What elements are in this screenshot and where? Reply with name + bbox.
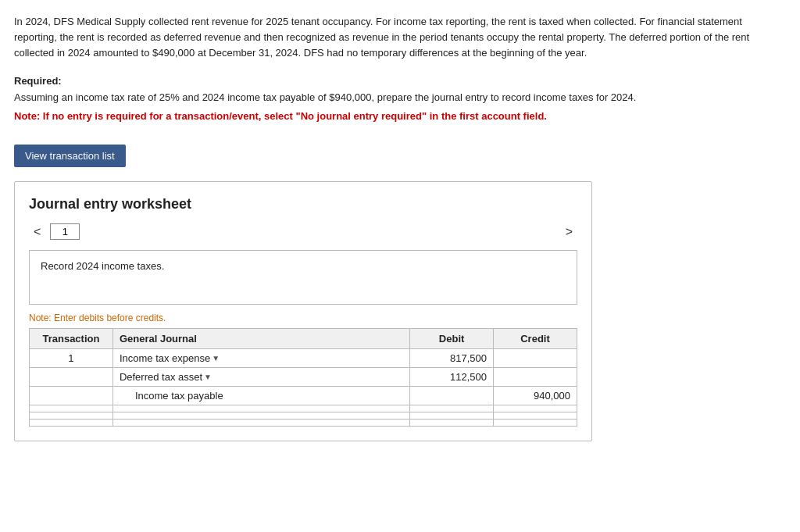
credit-cell: 940,000 [494, 386, 577, 405]
transaction-number [30, 419, 113, 426]
table-row: 1Income tax expense ▼817,500 [30, 348, 577, 367]
table-header-row: Transaction General Journal Debit Credit [30, 328, 577, 348]
transaction-number [30, 386, 113, 405]
general-journal-cell [112, 405, 409, 412]
table-row: Deferred tax asset ▼112,500 [30, 367, 577, 386]
general-journal-cell[interactable]: Deferred tax asset ▼ [112, 367, 409, 386]
general-journal-cell [112, 419, 409, 426]
account-name: Income tax payable [120, 390, 223, 402]
required-label: Required: Assuming an income tax rate of… [14, 73, 786, 105]
next-page-button[interactable]: > [561, 223, 577, 241]
account-name: Deferred tax asset [120, 371, 202, 383]
credit-cell [494, 348, 577, 367]
header-general-journal: General Journal [112, 328, 409, 348]
header-transaction: Transaction [30, 328, 113, 348]
worksheet-title: Journal entry worksheet [29, 196, 577, 212]
debit-cell: 112,500 [410, 367, 494, 386]
dropdown-icon[interactable]: ▼ [204, 373, 212, 381]
table-row [30, 419, 577, 426]
journal-entry-worksheet: Journal entry worksheet < > Record 2024 … [14, 181, 592, 441]
worksheet-navigation: < > [29, 223, 577, 241]
table-row [30, 405, 577, 412]
general-journal-cell[interactable]: Income tax expense ▼ [112, 348, 409, 367]
page-number-input[interactable] [50, 223, 80, 240]
transaction-number [30, 412, 113, 419]
intro-paragraph: In 2024, DFS Medical Supply collected re… [14, 14, 786, 61]
table-row: Income tax payable940,000 [30, 386, 577, 405]
general-journal-cell [112, 412, 409, 419]
account-name: Income tax expense [120, 352, 210, 364]
required-note: Note: If no entry is required for a tran… [14, 109, 786, 124]
transaction-number [30, 367, 113, 386]
header-debit: Debit [410, 328, 494, 348]
credit-cell [494, 367, 577, 386]
credit-cell [494, 419, 577, 426]
dropdown-icon[interactable]: ▼ [212, 354, 220, 362]
debit-cell [410, 386, 494, 405]
credit-cell [494, 412, 577, 419]
journal-table: Transaction General Journal Debit Credit… [29, 328, 577, 427]
credit-cell [494, 405, 577, 412]
transaction-number [30, 405, 113, 412]
debit-cell [410, 412, 494, 419]
general-journal-cell[interactable]: Income tax payable [112, 386, 409, 405]
transaction-description: Record 2024 income taxes. [29, 250, 577, 305]
transaction-number: 1 [30, 348, 113, 367]
debits-note: Note: Enter debits before credits. [29, 312, 577, 323]
header-credit: Credit [494, 328, 577, 348]
debit-cell [410, 405, 494, 412]
debit-cell [410, 419, 494, 426]
required-text: Assuming an income tax rate of 25% and 2… [14, 91, 636, 103]
debit-cell: 817,500 [410, 348, 494, 367]
view-transaction-list-button[interactable]: View transaction list [14, 145, 126, 167]
prev-page-button[interactable]: < [29, 223, 45, 241]
table-row [30, 412, 577, 419]
